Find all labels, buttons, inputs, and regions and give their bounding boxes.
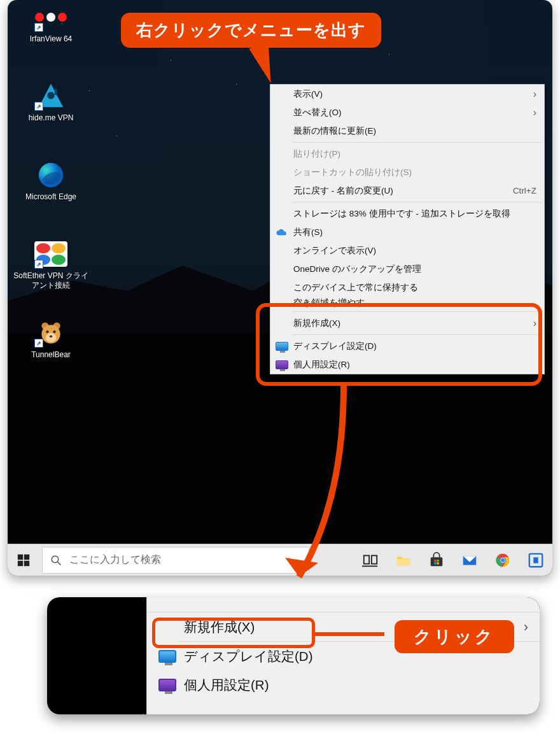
chevron-right-icon: › [533, 107, 536, 118]
chevron-right-icon: › [524, 619, 528, 635]
ctx-label: 共有(S) [293, 227, 323, 238]
taskbar-mail[interactable] [453, 544, 486, 576]
svg-rect-21 [431, 557, 443, 566]
ctx-view[interactable]: 表示(V) › [270, 85, 544, 103]
screenshot-closeup: 空き領域を増やす 新規作成(X) › ディスプレイ設定(D) 個人用設定(R) … [47, 597, 540, 714]
search-icon [50, 555, 62, 566]
desktop-icon-label: IrfanView 64 [30, 34, 73, 44]
annotation-text: クリック [414, 627, 495, 646]
ctx-label: このデバイス上で常に保持する [293, 282, 418, 294]
ctx-free-space[interactable]: 空き領域を増やす [270, 297, 544, 309]
ctx-label: OneDrive のバックアップを管理 [293, 264, 421, 275]
svg-point-9 [53, 330, 55, 333]
ctx-refresh[interactable]: 最新の情報に更新(E) [270, 122, 544, 140]
ctx-personalize[interactable]: 個人用設定(R) [270, 355, 544, 374]
closeup-clipped-item: 空き領域を増やす [147, 597, 540, 612]
search-placeholder: ここに入力して検索 [69, 553, 161, 567]
svg-rect-2 [55, 89, 57, 96]
ctx-paste: 貼り付け(P) [270, 145, 544, 163]
taskbar-explorer[interactable] [387, 544, 420, 576]
taskbar-store[interactable] [420, 544, 453, 576]
closeup-label: 新規作成(X) [184, 618, 255, 636]
desktop-icon-softether[interactable]: ↗ SoftEther VPN クライアント接続 [13, 237, 89, 298]
ctx-separator [292, 334, 543, 335]
svg-rect-20 [397, 559, 410, 565]
ctx-keep-on-device[interactable]: このデバイス上で常に保持する [270, 278, 544, 297]
svg-rect-12 [24, 554, 29, 559]
svg-rect-32 [533, 557, 538, 563]
ctx-label: 個人用設定(R) [293, 359, 350, 371]
desktop-icon-tunnelbear[interactable]: ↗ TunnelBear [13, 316, 89, 377]
ctx-label: 最新の情報に更新(E) [293, 125, 376, 137]
ctx-separator [292, 142, 543, 143]
ctx-separator [292, 202, 543, 202]
taskbar-app[interactable] [519, 544, 552, 576]
svg-rect-11 [18, 554, 23, 559]
ctx-label: 新規作成(X) [293, 318, 340, 329]
ctx-view-online[interactable]: オンラインで表示(V) [270, 241, 544, 260]
taskbar-chrome[interactable] [486, 544, 519, 576]
taskbar-task-view[interactable] [354, 544, 387, 576]
desktop-icons: ↗ IrfanView 64 ↗ hide.me VPN Micr [13, 0, 108, 395]
svg-point-30 [501, 558, 505, 562]
ctx-undo[interactable]: 元に戻す - 名前の変更(U) Ctrl+Z [270, 181, 544, 200]
svg-rect-22 [434, 560, 436, 562]
annotation-bubble-bottom: クリック [395, 620, 514, 653]
desktop-icon-label: SoftEther VPN クライアント接続 [13, 271, 89, 290]
hideme-icon: ↗ [34, 81, 67, 111]
ctx-label: 並べ替え(O) [293, 107, 342, 118]
task-view-icon [362, 552, 379, 569]
ctx-display-settings[interactable]: ディスプレイ設定(D) [270, 337, 544, 355]
taskbar-search[interactable]: ここに入力して検索 [42, 547, 309, 574]
cloud-icon [276, 228, 287, 237]
ctx-paste-shortcut: ショートカットの貼り付け(S) [270, 163, 544, 181]
chrome-icon [494, 552, 511, 569]
start-button[interactable] [8, 544, 39, 576]
svg-rect-24 [434, 562, 436, 564]
svg-rect-25 [437, 562, 438, 564]
softether-icon: ↗ [34, 239, 67, 269]
desktop-icon-irfanview[interactable]: ↗ IrfanView 64 [13, 0, 89, 61]
annotation-bubble-top: 右クリックでメニューを出す [121, 13, 381, 48]
svg-point-10 [50, 336, 52, 337]
ctx-label: 貼り付け(P) [293, 148, 340, 160]
mail-icon [461, 552, 478, 569]
shortcut-badge-icon: ↗ [34, 339, 43, 348]
edge-icon [34, 160, 67, 190]
svg-rect-13 [18, 560, 23, 565]
taskbar: ここに入力して検索 [8, 544, 552, 576]
ctx-share[interactable]: 共有(S) [270, 223, 544, 241]
ctx-sort[interactable]: 並べ替え(O) › [270, 103, 544, 122]
monitor-icon [158, 679, 176, 691]
monitor-icon [158, 650, 176, 663]
desktop-icon-label: Microsoft Edge [25, 192, 76, 202]
screenshot-desktop: ↗ IrfanView 64 ↗ hide.me VPN Micr [8, 0, 552, 576]
ctx-storage[interactable]: ストレージは 83% 使用中です - 追加ストレージを取得 [270, 204, 544, 223]
desktop-icon-edge[interactable]: Microsoft Edge [13, 158, 89, 219]
ctx-shortcut: Ctrl+Z [513, 186, 536, 195]
annotation-text: 右クリックでメニューを出す [136, 20, 366, 39]
desktop-icon-label: hide.me VPN [29, 113, 74, 123]
svg-line-16 [57, 562, 60, 565]
windows-icon [17, 554, 30, 567]
svg-rect-17 [364, 555, 369, 563]
svg-rect-14 [24, 560, 29, 565]
shortcut-badge-icon: ↗ [34, 102, 43, 111]
svg-point-7 [46, 333, 57, 343]
tunnelbear-icon: ↗ [34, 318, 67, 348]
monitor-icon [276, 342, 288, 351]
closeup-personalize[interactable]: 個人用設定(R) [147, 670, 540, 699]
irfanview-icon: ↗ [34, 3, 67, 32]
ctx-new[interactable]: 新規作成(X) › [270, 314, 544, 332]
ctx-label: ストレージは 83% 使用中です - 追加ストレージを取得 [293, 208, 510, 220]
svg-rect-18 [372, 555, 377, 563]
ctx-label: オンラインで表示(V) [293, 245, 376, 257]
chevron-right-icon: › [533, 88, 536, 100]
store-icon [428, 552, 445, 569]
ctx-onedrive-backup[interactable]: OneDrive のバックアップを管理 [270, 260, 544, 278]
desktop-icon-hideme[interactable]: ↗ hide.me VPN [13, 79, 89, 140]
svg-point-8 [46, 330, 48, 333]
folder-icon [395, 552, 412, 569]
closeup-context-menu: 空き領域を増やす 新規作成(X) › ディスプレイ設定(D) 個人用設定(R) [146, 597, 540, 714]
brackets-icon [528, 552, 544, 569]
